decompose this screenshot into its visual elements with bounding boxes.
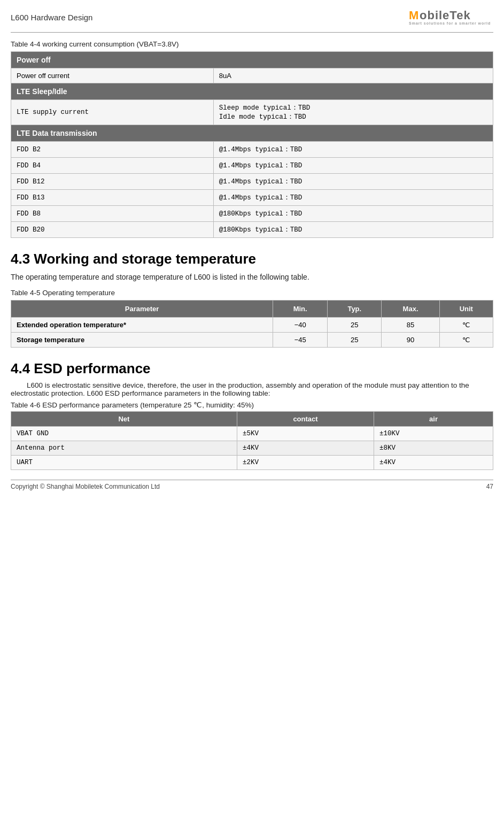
- table45-caption: Table 4-5 Operating temperature: [11, 289, 493, 297]
- svg-text:obileTek: obileTek: [420, 9, 471, 22]
- esd-air-uart: ±4KV: [374, 456, 493, 470]
- col-net: Net: [11, 412, 237, 427]
- fdd-b2-value: @1.4Mbps typical：TBD: [213, 142, 493, 158]
- fdd-b12-label: FDD B12: [11, 174, 214, 190]
- logo-area: M obileTek Smart solutions for a smarter…: [408, 5, 493, 29]
- section-label-power-off: Power off: [11, 52, 493, 68]
- extended-op-temp-typ: 25: [328, 318, 382, 333]
- fdd-b2-label: FDD B2: [11, 142, 214, 158]
- fdd-b13-value: @1.4Mbps typical：TBD: [213, 190, 493, 206]
- lte-supply-label: LTE supply current: [11, 100, 214, 125]
- logo-text: M obileTek Smart solutions for a smarter…: [408, 15, 493, 28]
- section44-body: L600 is electrostatic sensitive device, …: [11, 381, 493, 397]
- svg-text:M: M: [409, 9, 419, 22]
- col-parameter: Parameter: [11, 301, 273, 318]
- esd-net-vbat: VBAT GND: [11, 427, 237, 441]
- fdd-b4-row: FDD B4 @1.4Mbps typical：TBD: [11, 158, 493, 174]
- table45-header-row: Parameter Min. Typ. Max. Unit: [11, 301, 493, 318]
- lte-supply-current-row: LTE supply current Sleep mode typical：TB…: [11, 100, 493, 125]
- logo: M obileTek Smart solutions for a smarter…: [408, 5, 493, 29]
- section-label-lte-data: LTE Data transmission: [11, 125, 493, 142]
- fdd-b2-row: FDD B2 @1.4Mbps typical：TBD: [11, 142, 493, 158]
- table46-caption: Table 4-6 ESD performance parameters (te…: [11, 401, 493, 409]
- fdd-b12-value: @1.4Mbps typical：TBD: [213, 174, 493, 190]
- esd-air-antenna: ±8KV: [374, 441, 493, 456]
- footer-page-number: 47: [486, 483, 493, 490]
- storage-temp-min: −45: [273, 333, 328, 348]
- esd-contact-uart: ±2KV: [237, 456, 374, 470]
- col-unit: Unit: [439, 301, 493, 318]
- storage-temp-typ: 25: [328, 333, 382, 348]
- table-row: VBAT GND ±5KV ±10KV: [11, 427, 493, 441]
- lte-supply-value: Sleep mode typical：TBD Idle mode typical…: [213, 100, 493, 125]
- table45: Parameter Min. Typ. Max. Unit Extended o…: [11, 300, 493, 348]
- fdd-b12-row: FDD B12 @1.4Mbps typical：TBD: [11, 174, 493, 190]
- section-header-lte-data: LTE Data transmission: [11, 125, 493, 142]
- esd-contact-antenna: ±4KV: [237, 441, 374, 456]
- table-row: Extended operation temperature* −40 25 8…: [11, 318, 493, 333]
- footer-copyright: Copyright © Shanghai Mobiletek Communica…: [11, 483, 160, 490]
- storage-temp-unit: ℃: [439, 333, 493, 348]
- storage-temp-label: Storage temperature: [11, 333, 273, 348]
- svg-text:Smart solutions for a smarter : Smart solutions for a smarter world: [409, 21, 491, 25]
- extended-op-temp-min: −40: [273, 318, 328, 333]
- col-typ: Typ.: [328, 301, 382, 318]
- table-row: Storage temperature −45 25 90 ℃: [11, 333, 493, 348]
- col-air: air: [374, 412, 493, 427]
- section43-heading: 4.3 Working and storage temperature: [11, 251, 493, 267]
- esd-net-uart: UART: [11, 456, 237, 470]
- fdd-b13-row: FDD B13 @1.4Mbps typical：TBD: [11, 190, 493, 206]
- section-header-power-off: Power off: [11, 52, 493, 68]
- power-off-current-label: Power off current: [11, 68, 214, 83]
- power-off-current-value: 8uA: [213, 68, 493, 83]
- fdd-b4-label: FDD B4: [11, 158, 214, 174]
- fdd-b8-row: FDD B8 @180Kbps typical：TBD: [11, 206, 493, 222]
- page-footer: Copyright © Shanghai Mobiletek Communica…: [11, 480, 493, 490]
- extended-op-temp-max: 85: [382, 318, 439, 333]
- logo-image: M obileTek Smart solutions for a smarter…: [408, 5, 493, 26]
- section-header-lte-sleep: LTE Sleep/Idle: [11, 83, 493, 100]
- col-contact: contact: [237, 412, 374, 427]
- section43-intro: The operating temperature and storage te…: [11, 273, 493, 281]
- section44-heading: 4.4 ESD performance: [11, 360, 493, 377]
- table-row: Antenna port ±4KV ±8KV: [11, 441, 493, 456]
- table44-caption: Table 4-4 working current consumption (V…: [11, 40, 493, 48]
- extended-op-temp-label: Extended operation temperature*: [11, 318, 273, 333]
- table44: Power off Power off current 8uA LTE Slee…: [11, 51, 493, 238]
- col-max: Max.: [382, 301, 439, 318]
- esd-air-vbat: ±10KV: [374, 427, 493, 441]
- fdd-b8-value: @180Kbps typical：TBD: [213, 206, 493, 222]
- fdd-b20-label: FDD B20: [11, 222, 214, 238]
- esd-contact-vbat: ±5KV: [237, 427, 374, 441]
- fdd-b4-value: @1.4Mbps typical：TBD: [213, 158, 493, 174]
- fdd-b8-label: FDD B8: [11, 206, 214, 222]
- col-min: Min.: [273, 301, 328, 318]
- section-label-lte-sleep: LTE Sleep/Idle: [11, 83, 493, 100]
- page-header: L600 Hardware Design M obileTek Smart so…: [11, 5, 493, 33]
- table-row: UART ±2KV ±4KV: [11, 456, 493, 470]
- table46: Net contact air VBAT GND ±5KV ±10KV Ante…: [11, 411, 493, 470]
- power-off-current-row: Power off current 8uA: [11, 68, 493, 83]
- fdd-b13-label: FDD B13: [11, 190, 214, 206]
- table46-header-row: Net contact air: [11, 412, 493, 427]
- header-title: L600 Hardware Design: [11, 13, 92, 22]
- storage-temp-max: 90: [382, 333, 439, 348]
- extended-op-temp-unit: ℃: [439, 318, 493, 333]
- fdd-b20-row: FDD B20 @180Kbps typical：TBD: [11, 222, 493, 238]
- fdd-b20-value: @180Kbps typical：TBD: [213, 222, 493, 238]
- esd-net-antenna: Antenna port: [11, 441, 237, 456]
